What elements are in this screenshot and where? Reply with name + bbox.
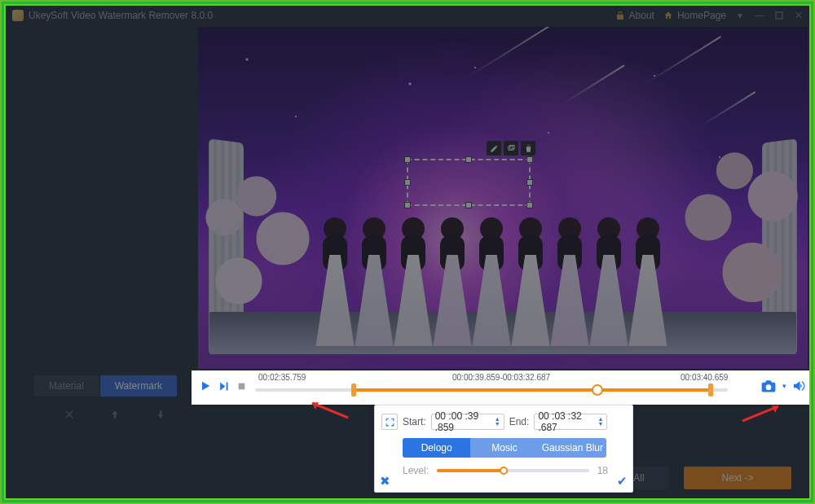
left-panel: Material Watermark (14, 37, 185, 493)
selection-delete-icon[interactable] (521, 141, 535, 156)
end-label: End: (509, 416, 530, 427)
timeline-range-fill (353, 388, 711, 392)
popup-cancel-icon[interactable]: ✖ (380, 474, 390, 489)
handle-tr[interactable] (526, 156, 533, 163)
seg-mosaic[interactable]: Mosic (470, 438, 538, 458)
annotation-arrow-left (307, 400, 350, 419)
volume-icon[interactable] (790, 377, 808, 395)
svg-rect-1 (508, 146, 513, 150)
level-slider-thumb[interactable] (500, 467, 508, 475)
svg-rect-2 (509, 145, 514, 149)
about-link[interactable]: About (615, 10, 654, 21)
home-icon (663, 10, 674, 21)
close-icon[interactable]: ✕ (793, 10, 804, 21)
snapshot-menu-icon[interactable]: ▾ (782, 382, 786, 390)
next-button[interactable]: Next -> (684, 467, 791, 489)
maximize-icon[interactable] (773, 10, 785, 21)
video-preview[interactable] (198, 27, 808, 369)
app-logo-icon (12, 10, 24, 21)
start-time-input[interactable]: 00 :00 :39 .859 ▲ ▼ (431, 414, 504, 430)
minimize-icon[interactable]: ― (754, 10, 765, 21)
handle-tc[interactable] (465, 156, 472, 163)
timeline-end-time: 00:03:40.659 (681, 373, 728, 382)
level-label: Level: (403, 465, 429, 476)
svg-rect-3 (238, 383, 244, 389)
svg-rect-0 (776, 12, 782, 19)
level-slider[interactable] (437, 469, 589, 472)
scene-people (311, 191, 679, 346)
timeline-playhead[interactable] (592, 384, 603, 396)
timeline-range: 00:00:39.859-00:03:32.687 (452, 373, 550, 382)
timeline-range-start-handle[interactable] (351, 383, 356, 397)
handle-bc[interactable] (465, 202, 472, 208)
menu-dropdown-icon[interactable]: ▾ (734, 10, 746, 21)
app-title: UkeySoft Video Watermark Remover 8.0.0 (29, 10, 213, 21)
handle-mr[interactable] (526, 179, 533, 186)
seg-gaussian[interactable]: Gaussian Blur (539, 438, 606, 458)
handle-ml[interactable] (404, 179, 411, 186)
start-label: Start: (403, 416, 426, 427)
selection-duplicate-icon[interactable] (504, 141, 518, 156)
level-value: 18 (597, 465, 608, 476)
timeline-range-end-handle[interactable] (708, 383, 713, 397)
start-time-value: 00 :00 :39 .859 (435, 410, 491, 433)
handle-tl[interactable] (404, 156, 411, 163)
timeline-bar: 00:02:35.759 00:00:39.859-00:03:32.687 0… (192, 370, 809, 405)
selection-edit-icon[interactable] (487, 141, 501, 156)
end-spin-down-icon[interactable]: ▼ (597, 422, 603, 427)
move-down-icon[interactable] (154, 408, 167, 421)
watermark-selection[interactable] (407, 159, 531, 206)
handle-br[interactable] (526, 202, 533, 208)
scene-ground (198, 230, 808, 369)
delete-icon[interactable] (63, 408, 76, 421)
lock-icon (615, 10, 626, 21)
tab-material[interactable]: Material (34, 375, 99, 397)
start-spin-down-icon[interactable]: ▼ (495, 422, 500, 427)
fullscreen-icon[interactable] (381, 414, 398, 430)
annotation-arrow-right (741, 403, 783, 423)
stop-icon[interactable] (234, 379, 249, 393)
end-time-input[interactable]: 00 :03 :32 .687 ▲ ▼ (534, 414, 607, 430)
move-up-icon[interactable] (108, 408, 121, 421)
app-window: UkeySoft Video Watermark Remover 8.0.0 A… (6, 4, 809, 501)
selection-toolbar (487, 141, 535, 156)
play-icon[interactable] (198, 379, 213, 393)
watermark-settings-popup: Start: 00 :00 :39 .859 ▲ ▼ End: 00 :03 :… (374, 405, 633, 493)
popup-confirm-icon[interactable]: ✔ (617, 474, 628, 489)
titlebar: UkeySoft Video Watermark Remover 8.0.0 A… (6, 4, 809, 27)
timeline-track[interactable] (255, 388, 728, 392)
method-segmented: Delogo Mosic Gaussian Blur (403, 438, 606, 458)
tab-watermark[interactable]: Watermark (100, 375, 177, 397)
homepage-link[interactable]: HomePage (663, 10, 726, 21)
seg-delogo[interactable]: Delogo (403, 438, 470, 458)
end-time-value: 00 :03 :32 .687 (538, 410, 594, 433)
snapshot-icon[interactable] (760, 377, 778, 395)
handle-bl[interactable] (404, 202, 411, 208)
timeline-start-time: 00:02:35.759 (258, 373, 306, 382)
step-icon[interactable] (216, 379, 231, 393)
